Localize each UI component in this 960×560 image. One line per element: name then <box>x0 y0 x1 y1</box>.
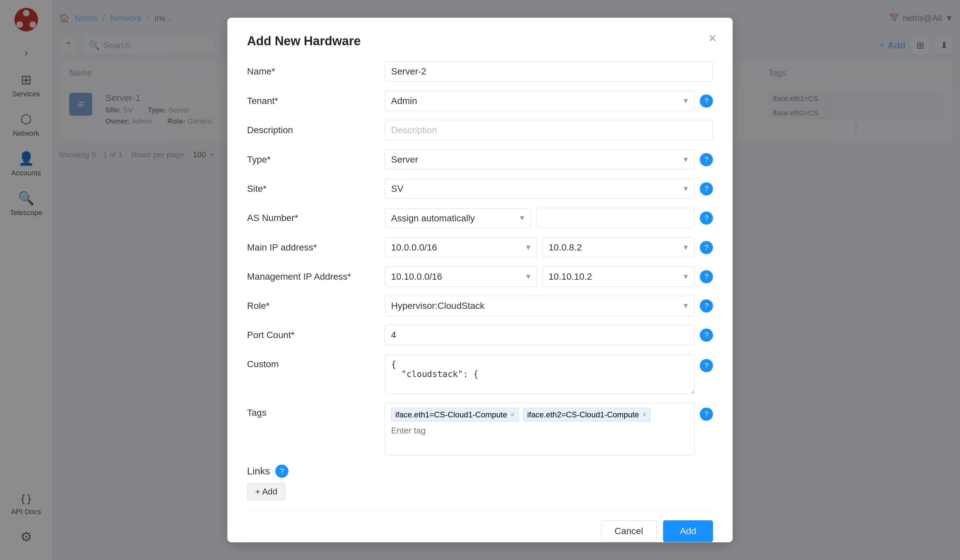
mgmt-ip-help-icon[interactable]: ? <box>700 270 713 283</box>
tenant-help-icon[interactable]: ? <box>700 94 713 107</box>
links-help-icon[interactable]: ? <box>275 464 288 478</box>
tenant-label: Tenant* <box>247 96 385 106</box>
tag-enter-input[interactable] <box>391 426 688 436</box>
port-count-help-icon[interactable]: ? <box>700 329 713 341</box>
modal-overlay: × Add New Hardware Name* Tenant* Admin ▼… <box>0 0 960 560</box>
site-field-group: SV ▼ ? <box>385 179 713 199</box>
form-row-role: Role* Hypervisor:CloudStack ▼ ? <box>247 296 713 316</box>
custom-label: Custom <box>247 354 385 370</box>
links-header: Links ? <box>247 464 713 478</box>
links-title: Links <box>247 466 270 477</box>
main-ip-value-select[interactable]: 10.0.8.2 <box>542 238 694 257</box>
links-section: Links ? + Add <box>247 464 713 500</box>
description-label: Description <box>247 125 385 136</box>
port-count-field-group: ? <box>385 325 713 345</box>
main-ip-subnet-select[interactable]: 10.0.0.0/16 <box>385 238 537 257</box>
type-field-group: Server ▼ ? <box>385 150 713 169</box>
role-field-group: Hypervisor:CloudStack ▼ ? <box>385 296 713 316</box>
add-link-button[interactable]: + Add <box>247 483 285 500</box>
form-row-tenant: Tenant* Admin ▼ ? <box>247 91 713 111</box>
form-row-main-ip: Main IP address* 10.0.0.0/16 ▼ 10.0.8.2 … <box>247 238 713 257</box>
custom-textarea[interactable]: { "cloudstack": { <box>385 354 694 394</box>
main-ip-help-icon[interactable]: ? <box>700 241 713 254</box>
mgmt-ip-value-wrapper: 10.10.10.2 ▼ <box>542 266 694 287</box>
name-field <box>385 61 713 81</box>
as-number-extra-input[interactable] <box>536 208 694 228</box>
tags-label: Tags <box>247 403 385 418</box>
main-ip-subnet-wrapper: 10.0.0.0/16 ▼ <box>385 238 537 257</box>
modal-add-hardware: × Add New Hardware Name* Tenant* Admin ▼… <box>227 18 733 542</box>
as-number-label: AS Number* <box>247 213 385 223</box>
form-row-tags: Tags iface.eth1=CS-Cloud1-Compute × ifac… <box>247 403 713 455</box>
name-label: Name* <box>247 66 385 77</box>
role-help-icon[interactable]: ? <box>700 299 713 313</box>
tag-chip-2-label: iface.eth2=CS-Cloud1-Compute <box>527 410 639 420</box>
main-ip-label: Main IP address* <box>247 242 385 253</box>
site-select-wrapper: SV ▼ <box>385 179 694 199</box>
mgmt-ip-value-select[interactable]: 10.10.10.2 <box>542 266 694 287</box>
tag-chip-2-remove[interactable]: × <box>642 410 647 419</box>
site-select[interactable]: SV <box>385 179 694 199</box>
port-count-input[interactable] <box>385 325 694 345</box>
role-label: Role* <box>247 301 385 311</box>
mgmt-ip-label: Management IP Address* <box>247 271 385 282</box>
description-field <box>385 120 713 140</box>
tag-chip-1-label: iface.eth1=CS-Cloud1-Compute <box>395 410 507 420</box>
main-ip-field-group: 10.0.0.0/16 ▼ 10.0.8.2 ▼ ? <box>385 238 713 257</box>
modal-close-button[interactable]: × <box>709 31 716 46</box>
site-help-icon[interactable]: ? <box>700 182 713 195</box>
tags-help-icon[interactable]: ? <box>700 408 713 421</box>
form-row-site: Site* SV ▼ ? <box>247 179 713 199</box>
port-count-label: Port Count* <box>247 330 385 340</box>
type-help-icon[interactable]: ? <box>700 153 713 166</box>
as-number-help-icon[interactable]: ? <box>700 212 713 225</box>
tag-chip-2: iface.eth2=CS-Cloud1-Compute × <box>523 408 651 422</box>
as-number-select[interactable]: Assign automatically <box>385 208 531 228</box>
tags-field-group: iface.eth1=CS-Cloud1-Compute × iface.eth… <box>385 403 713 455</box>
tag-chip-1: iface.eth1=CS-Cloud1-Compute × <box>391 408 519 422</box>
custom-help-icon[interactable]: ? <box>700 359 713 372</box>
type-select[interactable]: Server <box>385 150 694 169</box>
form-row-custom: Custom { "cloudstack": { ? <box>247 354 713 394</box>
modal-add-button[interactable]: Add <box>663 520 713 542</box>
as-number-select-wrapper: Assign automatically ▼ <box>385 208 531 228</box>
type-select-wrapper: Server ▼ <box>385 150 694 169</box>
tenant-field-group: Admin ▼ ? <box>385 91 713 111</box>
tag-chip-1-remove[interactable]: × <box>510 410 515 419</box>
main-ip-value-wrapper: 10.0.8.2 ▼ <box>542 238 694 257</box>
mgmt-ip-field-group: 10.10.0.0/16 ▼ 10.10.10.2 ▼ ? <box>385 266 713 287</box>
form-row-mgmt-ip: Management IP Address* 10.10.0.0/16 ▼ 10… <box>247 266 713 287</box>
form-row-port-count: Port Count* ? <box>247 325 713 345</box>
modal-footer: Cancel Add <box>247 510 713 542</box>
tenant-select-wrapper: Admin ▼ <box>385 91 694 111</box>
cancel-button[interactable]: Cancel <box>601 520 656 542</box>
name-input[interactable] <box>385 61 713 81</box>
mgmt-ip-subnet-wrapper: 10.10.0.0/16 ▼ <box>385 266 537 287</box>
form-row-as-number: AS Number* Assign automatically ▼ ? <box>247 208 713 228</box>
description-input[interactable] <box>385 120 713 140</box>
mgmt-ip-subnet-select[interactable]: 10.10.0.0/16 <box>385 266 537 287</box>
tenant-select[interactable]: Admin <box>385 91 694 111</box>
form-row-description: Description <box>247 120 713 140</box>
site-label: Site* <box>247 183 385 194</box>
form-row-type: Type* Server ▼ ? <box>247 150 713 169</box>
type-label: Type* <box>247 155 385 165</box>
modal-title: Add New Hardware <box>247 34 713 48</box>
role-select[interactable]: Hypervisor:CloudStack <box>385 296 694 316</box>
custom-field-group: { "cloudstack": { ? <box>385 354 713 394</box>
form-row-name: Name* <box>247 61 713 81</box>
tags-input-container[interactable]: iface.eth1=CS-Cloud1-Compute × iface.eth… <box>385 403 694 455</box>
role-select-wrapper: Hypervisor:CloudStack ▼ <box>385 296 694 316</box>
as-number-field-group: Assign automatically ▼ ? <box>385 208 713 228</box>
